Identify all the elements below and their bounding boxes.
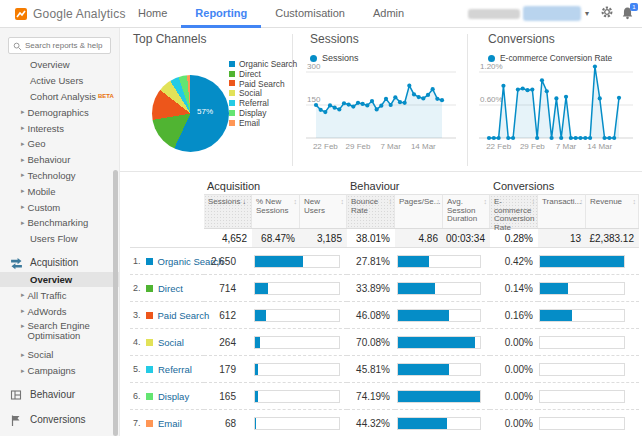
- sidebar-item-conversions[interactable]: Conversions: [0, 411, 119, 429]
- sessions-value: 2,650: [204, 248, 252, 275]
- sidebar-item-behaviour[interactable]: Behaviour: [0, 386, 119, 404]
- app-header: Google Analytics HomeReportingCustomisat…: [0, 0, 642, 28]
- sort-icon[interactable]: ↕: [633, 198, 637, 207]
- sidebar-item-users-flow[interactable]: Users Flow: [0, 231, 119, 247]
- conversions-line-chart[interactable]: 1.20%0.60%22 Feb29 Feb7 Mar14 Mar: [467, 28, 642, 172]
- row-rank: 3.: [133, 310, 141, 320]
- bar-fill: [255, 256, 303, 267]
- sidebar-item-search-engine-optimisation[interactable]: ▸Search Engine Optimisation: [0, 319, 119, 347]
- sidebar-item-label: Custom: [28, 202, 61, 213]
- column-header-label: % New Sessions: [256, 197, 288, 215]
- column-header-9[interactable]: Revenue↕: [586, 194, 639, 228]
- column-header-3[interactable]: New Users↕: [300, 194, 347, 228]
- sort-icon[interactable]: ↕: [484, 198, 488, 207]
- sidebar-item-active-users[interactable]: Active Users: [0, 73, 119, 89]
- sidebar-item-technology[interactable]: ▸Technology: [0, 168, 119, 184]
- column-header-7[interactable]: E-commerce Conversion Rate↕: [490, 194, 538, 228]
- sidebar-item-social[interactable]: ▸Social: [0, 347, 119, 363]
- sidebar-item-overview[interactable]: Overview: [0, 57, 119, 73]
- sort-icon[interactable]: ↕: [389, 198, 393, 207]
- legend-swatch-icon: [229, 61, 235, 67]
- bar-fill: [255, 310, 266, 321]
- column-header-8[interactable]: Transacti...↕: [538, 194, 586, 228]
- sidebar-item-label: Behaviour: [28, 154, 71, 165]
- nav-item-home[interactable]: Home: [124, 0, 181, 28]
- sort-icon[interactable]: ↕: [437, 198, 441, 207]
- column-header-2[interactable]: % New Sessions↕: [252, 194, 300, 228]
- sidebar-item-cohort-analysis[interactable]: Cohort AnalysisBETA: [0, 89, 119, 105]
- sidebar-search[interactable]: [8, 37, 111, 54]
- column-header-1[interactable]: Sessions↓: [204, 194, 252, 228]
- channel-swatch-icon: [146, 312, 153, 319]
- sidebar-scrollbar[interactable]: [113, 170, 118, 436]
- pie-legend-item[interactable]: Email: [229, 118, 297, 128]
- top-channels-pie-chart[interactable]: [152, 75, 229, 152]
- sessions-value: 179: [204, 356, 252, 383]
- nav-item-admin[interactable]: Admin: [359, 0, 418, 28]
- pie-legend-item[interactable]: Organic Search: [229, 59, 297, 69]
- totals-cell: £2,383.12: [586, 228, 639, 248]
- sidebar-item-campaigns[interactable]: ▸Campaigns: [0, 363, 119, 379]
- column-header-5[interactable]: Pages/Se...↕: [395, 194, 443, 228]
- column-header-6[interactable]: Avg. Session Duration↕: [443, 194, 490, 228]
- nav-item-reporting[interactable]: Reporting: [181, 0, 261, 28]
- pie-legend-label: Display: [239, 108, 266, 118]
- channel-link-direct[interactable]: Direct: [158, 283, 183, 294]
- sessions-bar: [252, 410, 347, 436]
- pie-legend-label: Social: [239, 88, 262, 98]
- sidebar-item-label: Mobile: [28, 186, 56, 197]
- pie-legend-item[interactable]: Paid Search: [229, 79, 297, 89]
- sidebar-item-acquisition[interactable]: Acquisition: [0, 254, 119, 272]
- sidebar-item-label: Conversions: [30, 414, 86, 425]
- svg-text:7 Mar: 7 Mar: [380, 142, 401, 151]
- nav-item-customisation[interactable]: Customisation: [261, 0, 359, 28]
- bounce-rate-value: 70.08%: [347, 329, 395, 356]
- gear-icon[interactable]: [600, 5, 614, 23]
- sidebar-item-adwords[interactable]: ▸AdWords: [0, 303, 119, 319]
- sidebar-item-custom[interactable]: ▸Custom: [0, 199, 119, 215]
- sidebar-item-label: Campaigns: [28, 365, 76, 376]
- sort-icon[interactable]: ↕: [580, 198, 584, 207]
- totals-cell: 3,185: [300, 228, 347, 248]
- column-header-4[interactable]: Bounce Rate↕: [347, 194, 395, 228]
- sort-icon[interactable]: ↕: [341, 198, 345, 207]
- channel-link-paid-search[interactable]: Paid Search: [158, 310, 210, 321]
- expand-arrow-icon: ▸: [21, 203, 25, 211]
- channel-link-referral[interactable]: Referral: [158, 364, 192, 375]
- totals-cell: 13: [538, 228, 586, 248]
- sidebar-item-behaviour[interactable]: ▸Behaviour: [0, 152, 119, 168]
- bar-track: [254, 363, 340, 376]
- account-selector-redacted[interactable]: [523, 6, 581, 21]
- header-blank-cell: [130, 194, 204, 228]
- sessions-bar: [252, 383, 347, 410]
- pie-legend-item[interactable]: Direct: [229, 69, 297, 79]
- pie-legend-item[interactable]: Referral: [229, 98, 297, 108]
- channel-link-email[interactable]: Email: [158, 418, 182, 429]
- sidebar-item-overview[interactable]: Overview: [0, 272, 119, 288]
- sidebar-item-mobile[interactable]: ▸Mobile: [0, 183, 119, 199]
- totals-cell: 00:03:34: [443, 228, 490, 248]
- sidebar-item-geo[interactable]: ▸Geo: [0, 136, 119, 152]
- account-caret-icon[interactable]: ▾: [585, 9, 589, 18]
- channel-swatch-icon: [146, 420, 153, 427]
- main-nav: HomeReportingCustomisationAdmin: [124, 0, 418, 28]
- sidebar-item-demographics[interactable]: ▸Demographics: [0, 104, 119, 120]
- pie-legend-item[interactable]: Display: [229, 108, 297, 118]
- expand-arrow-icon: ▸: [21, 187, 25, 195]
- ga-logo[interactable]: Google Analytics: [15, 7, 126, 21]
- sort-icon[interactable]: ↕: [532, 198, 536, 207]
- totals-cell: 4.86: [395, 228, 443, 248]
- table-corner: [130, 178, 204, 194]
- totals-blank-cell: [130, 228, 204, 248]
- group-header-behaviour: Behaviour: [347, 178, 490, 194]
- pie-legend-item[interactable]: Social: [229, 88, 297, 98]
- sort-icon[interactable]: ↕: [294, 198, 298, 207]
- channel-link-display[interactable]: Display: [158, 391, 189, 402]
- sidebar-item-all-traffic[interactable]: ▸All Traffic: [0, 287, 119, 303]
- channel-link-social[interactable]: Social: [158, 337, 184, 348]
- sidebar-item-interests[interactable]: ▸Interests: [0, 120, 119, 136]
- sidebar-item-benchmarking[interactable]: ▸Benchmarking: [0, 215, 119, 231]
- totals-cell: 68.47%: [252, 228, 300, 248]
- sessions-line-chart[interactable]: 30015022 Feb29 Feb7 Mar14 Mar: [292, 28, 467, 172]
- search-input[interactable]: [25, 41, 107, 50]
